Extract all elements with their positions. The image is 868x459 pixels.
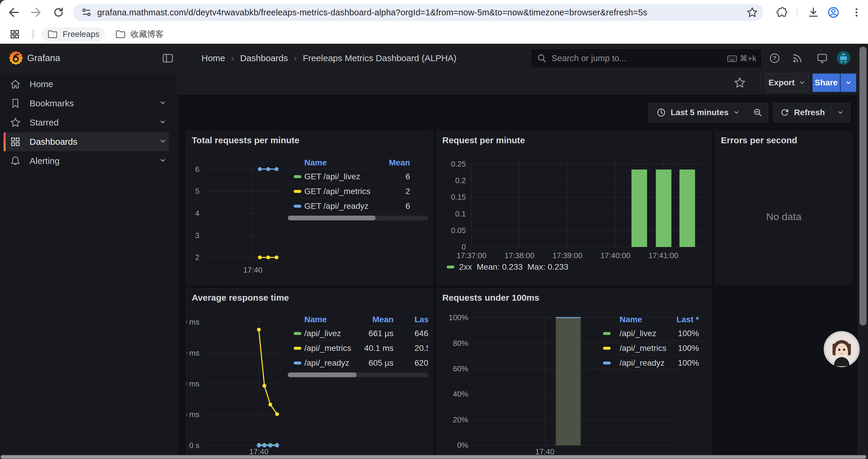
legend-col-mean[interactable]: Mean [345, 157, 410, 169]
legend-col-last[interactable]: Last * [634, 314, 699, 326]
svg-text:20%: 20% [453, 415, 468, 424]
legend-value: 20.5 ms [414, 341, 428, 355]
sidebar-item-bookmarks[interactable]: Bookmarks [0, 94, 177, 113]
grafana-logo [8, 50, 24, 66]
url-text: grafana.mathmast.com/d/deytv4rwavabkb/fr… [97, 8, 647, 18]
expand-chevron[interactable] [159, 156, 167, 165]
panel-title[interactable]: Average response time [192, 293, 289, 303]
bookmark-folder[interactable]: 收藏博客 [109, 27, 169, 41]
search-input[interactable] [551, 53, 727, 64]
svg-text:2: 2 [195, 253, 199, 262]
panel-total-requests: 6543217:40NameMeanGET /api/_livez6GET /a… [186, 131, 433, 285]
legend-col-name[interactable]: Name [304, 314, 327, 326]
legend-col-name[interactable]: Name [304, 157, 327, 169]
chevron-down-icon [798, 79, 806, 87]
display-button[interactable] [815, 52, 829, 65]
svg-text:0%: 0% [457, 441, 468, 450]
favorite-dashboard-button[interactable] [733, 76, 747, 90]
forward-icon [29, 6, 43, 19]
panel-title[interactable]: Total requests per minute [192, 135, 300, 145]
assistant-avatar[interactable] [824, 331, 860, 367]
legend-header: NameMean [288, 157, 428, 169]
chevron-down-icon [733, 109, 740, 117]
legend[interactable]: 2xx Mean: 0.233 Max: 0.233 [447, 262, 568, 272]
vertical-scrollbar-thumb[interactable] [860, 47, 867, 326]
legend-row[interactable]: GET /api/_livez6 [288, 169, 428, 184]
legend-scrollbar[interactable] [288, 372, 428, 377]
bookmark-folder[interactable]: Freeleaps [41, 27, 105, 41]
export-button[interactable]: Export [766, 73, 809, 92]
breadcrumb-separator: › [294, 53, 297, 64]
svg-text:0.25: 0.25 [451, 160, 466, 168]
legend-row[interactable]: /api/_livez100% [600, 326, 703, 340]
share-menu-button[interactable] [840, 73, 856, 92]
legend-row[interactable]: /api/_metrics100% [600, 341, 703, 355]
bookmark-label: 收藏博客 [131, 29, 164, 40]
panel-title[interactable]: Request per minute [442, 135, 525, 145]
extensions-button[interactable] [775, 6, 788, 19]
address-bar[interactable]: grafana.mathmast.com/d/deytv4rwavabkb/fr… [73, 4, 764, 21]
svg-text:80 ms: 80 ms [186, 318, 199, 326]
legend-max: Max: 0.233 [527, 262, 568, 272]
breadcrumb-home[interactable]: Home [202, 53, 225, 63]
legend-row[interactable]: /api/_readyz605 µs620 µs [288, 356, 428, 370]
legend-header: NameMeanLast * [288, 314, 428, 326]
keyboard-icon [727, 53, 737, 64]
search-shortcut: ⌘+k [727, 53, 756, 64]
svg-text:40%: 40% [453, 390, 468, 398]
breadcrumb-dashboards[interactable]: Dashboards [240, 53, 288, 63]
legend-scrollbar[interactable] [288, 216, 428, 220]
bookmarks-divider [32, 30, 34, 39]
sidebar-item-dashboards[interactable]: Dashboards [0, 132, 177, 151]
sidebar-item-starred[interactable]: Starred [0, 113, 177, 132]
downloads-button[interactable] [807, 6, 820, 19]
bookmark-icon [9, 97, 22, 110]
dock-menu-button[interactable] [161, 52, 175, 65]
legend-value: 40.1 ms [329, 341, 394, 355]
expand-chevron[interactable] [159, 99, 167, 107]
legend-col-last[interactable]: Last * [414, 314, 428, 326]
legend-row[interactable]: GET /api/_metrics2 [288, 184, 428, 198]
search-box[interactable]: ⌘+k [531, 48, 762, 68]
bookmarks-bar: Freeleaps收藏博客 [0, 25, 868, 44]
news-button[interactable] [790, 52, 804, 65]
sidebar-item-label: Home [30, 75, 53, 94]
svg-text:17:39:00: 17:39:00 [553, 251, 582, 260]
sidebar-item-label: Starred [30, 113, 59, 132]
panel-title[interactable]: Requests under 100ms [442, 293, 539, 303]
legend-row[interactable]: /api/_livez661 µs646 µs [288, 326, 428, 340]
sidebar-nav: HomeBookmarksStarredDashboardsAlerting [0, 73, 178, 459]
share-button[interactable]: Share [812, 73, 840, 92]
legend-row[interactable]: /api/_readyz100% [600, 356, 703, 370]
sidebar-item-home[interactable]: Home [0, 75, 177, 94]
user-avatar[interactable] [836, 51, 851, 65]
svg-text:5: 5 [195, 187, 199, 196]
legend-table: NameLast */api/_livez100%/api/_metrics10… [600, 314, 703, 381]
bookmark-star-icon[interactable] [746, 6, 759, 19]
svg-text:40 ms: 40 ms [186, 379, 199, 388]
profile-button[interactable] [827, 6, 840, 19]
legend-row[interactable]: /api/_metrics40.1 ms20.5 ms [288, 341, 428, 355]
expand-chevron[interactable] [159, 137, 167, 145]
legend-swatch [603, 332, 611, 335]
legend-col-mean[interactable]: Mean [329, 314, 394, 326]
forward-button[interactable] [29, 5, 43, 20]
time-range-picker[interactable]: Last 5 minutes [648, 103, 748, 122]
refresh-label: Refresh [794, 108, 825, 117]
browser-menu-button[interactable] [850, 6, 863, 19]
back-button[interactable] [6, 5, 21, 20]
legend-row[interactable]: GET /api/_readyz6 [288, 199, 428, 213]
panel-title[interactable]: Errors per second [721, 135, 797, 145]
refresh-interval-button[interactable] [831, 103, 850, 122]
profile-icon [827, 6, 840, 19]
horizontal-scrollbar-thumb[interactable] [1, 455, 866, 459]
svg-text:0.15: 0.15 [451, 193, 466, 201]
reload-button[interactable] [52, 5, 66, 20]
refresh-button[interactable]: Refresh [773, 103, 831, 122]
sidebar-item-alerting[interactable]: Alerting [0, 152, 177, 170]
zoom-out-button[interactable] [748, 103, 768, 122]
apps-grid-button[interactable] [9, 28, 21, 40]
help-button[interactable]: ? [768, 52, 781, 65]
site-settings-icon[interactable] [80, 6, 93, 19]
expand-chevron[interactable] [159, 118, 167, 126]
